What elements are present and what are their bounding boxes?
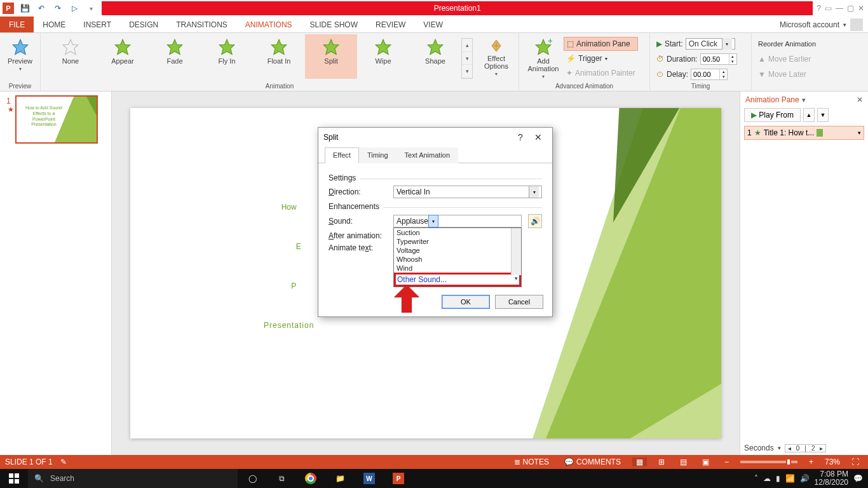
group-advanced-label: Advanced Animation [523,83,646,91]
action-center-icon[interactable]: 💬 [853,474,863,483]
battery-icon[interactable]: ▮ [776,474,780,483]
start-dropdown[interactable]: On Click▾ [686,38,735,50]
ok-button[interactable]: OK [442,295,490,309]
move-up-button[interactable]: ▲ [803,108,815,122]
task-view-icon[interactable]: ⧉ [267,474,296,483]
tab-transitions[interactable]: TRANSITIONS [167,17,236,32]
effect-shape[interactable]: Shape [409,34,461,79]
save-icon[interactable]: 💾 [18,2,32,15]
onedrive-icon[interactable]: ☁ [763,474,771,483]
gallery-scroll[interactable]: ▴▾▾ [461,38,473,79]
tab-text-animation[interactable]: Text Animation [397,147,459,163]
effect-fly-in[interactable]: Fly In [201,34,253,79]
fit-to-window-icon[interactable]: ⛶ [848,458,863,466]
maximize-icon[interactable]: ▢ [847,4,854,13]
tab-effect[interactable]: Effect [325,147,359,163]
slideshow-view-icon[interactable]: ▣ [698,458,713,466]
effect-wipe[interactable]: Wipe [357,34,409,79]
list-scrollbar[interactable] [511,228,521,275]
preview-button[interactable]: Preview ▾ [4,34,36,72]
sound-option[interactable]: Suction [394,228,521,237]
qat-customize-icon[interactable]: ▾ [84,2,98,15]
play-from-button[interactable]: ▶ Play From [744,108,801,122]
ribbon-options-icon[interactable]: ▭ [825,4,832,13]
notes-button[interactable]: ≣ NOTES [510,458,553,466]
direction-row: Direction: Vertical In▾ [329,186,542,198]
normal-view-icon[interactable]: ▦ [632,458,647,466]
painter-icon: ✦ [566,69,573,78]
tray-chevron-icon[interactable]: ˄ [754,474,758,483]
explorer-icon[interactable]: 📁 [325,474,355,483]
spellcheck-icon[interactable]: ✎ [60,458,67,466]
direction-dropdown[interactable]: Vertical In▾ [393,186,542,198]
star-icon: ★ [754,128,761,137]
dialog-footer: OK Cancel [318,288,552,316]
chevron-down-icon[interactable]: ▾ [858,130,861,136]
pane-icon: ⬚ [567,39,574,48]
effect-split[interactable]: Split [305,34,357,79]
delay-row: ⏲Delay: ▴▾ [654,67,740,81]
zoom-slider[interactable] [740,461,797,463]
sorter-view-icon[interactable]: ⊞ [654,458,668,466]
move-down-button[interactable]: ▼ [817,108,829,122]
tab-review[interactable]: REVIEW [367,17,414,32]
comments-button[interactable]: 💬 COMMENTS [560,458,625,466]
cortana-icon[interactable]: ◯ [238,474,267,483]
redo-icon[interactable]: ↷ [51,2,65,15]
trigger-menu[interactable]: ⚡Trigger ▾ [564,51,638,65]
animation-list-item[interactable]: 1 ★ Title 1: How t... ▾ [744,126,864,140]
undo-icon[interactable]: ↶ [34,2,48,15]
sound-option[interactable]: Voltage [394,246,521,255]
close-pane-icon[interactable]: ✕ [853,95,863,104]
animation-pane-toggle[interactable]: ⬚Animation Pane [564,37,638,51]
cancel-button[interactable]: Cancel [495,295,543,309]
help-icon[interactable]: ? [817,4,821,13]
slideshow-start-icon[interactable]: ▷ [67,2,81,15]
sound-option[interactable]: Typewriter [394,237,521,246]
slide-thumbnail[interactable]: 1 ★ How to Add Sound Effects to a PowerP… [15,95,98,144]
duration-spinner[interactable]: ▴▾ [700,53,737,65]
delay-spinner[interactable]: ▴▾ [691,69,728,80]
timeline-pager[interactable]: ◂0|2▸ [785,444,827,452]
zoom-out-icon[interactable]: − [721,458,733,466]
taskbar-search[interactable]: 🔍Search [28,469,238,488]
sound-option[interactable]: Wind [394,264,521,273]
powerpoint-icon[interactable]: P [384,473,413,484]
volume-icon[interactable]: 🔊 [800,474,810,483]
effect-float-in[interactable]: Float In [253,34,305,79]
effect-appear[interactable]: Appear [97,34,149,79]
tab-home[interactable]: HOME [34,17,74,32]
dialog-titlebar[interactable]: Split ? ✕ [318,128,552,147]
sound-dropdown[interactable]: Applause▾ [393,215,522,227]
thumbnail-number: 1 [6,97,11,105]
tab-animations[interactable]: ANIMATIONS [236,17,301,32]
account-menu[interactable]: Microsoft account ▾ [775,17,868,32]
zoom-in-icon[interactable]: + [805,458,817,466]
reading-view-icon[interactable]: ▤ [676,458,691,466]
tab-view[interactable]: VIEW [414,17,452,32]
help-icon[interactable]: ? [512,132,529,142]
tab-insert[interactable]: INSERT [74,17,120,32]
minimize-icon[interactable]: — [836,4,843,13]
effect-fade[interactable]: Fade [149,34,201,79]
zoom-percent[interactable]: 73% [825,458,840,466]
tab-design[interactable]: DESIGN [120,17,167,32]
sound-option[interactable]: Whoosh [394,255,521,264]
pin-icon[interactable]: ▾ [799,96,806,104]
tab-timing[interactable]: Timing [359,147,397,163]
tab-slideshow[interactable]: SLIDE SHOW [301,17,367,32]
chrome-icon[interactable] [296,473,325,484]
close-icon[interactable]: ✕ [858,4,864,13]
start-button[interactable] [0,473,28,484]
effect-options-button[interactable]: Effect Options ▾ [478,34,515,77]
chevron-down-icon: ▾ [843,22,846,28]
tab-file[interactable]: FILE [0,17,34,32]
add-animation-button[interactable]: + Add Animation▾ [523,34,564,79]
effect-none[interactable]: None [44,34,97,79]
wifi-icon[interactable]: 📶 [785,474,795,483]
windows-taskbar: 🔍Search ◯ ⧉ 📁 W P ˄ ☁ ▮ 📶 🔊 7:08 PM12/8/… [0,469,868,488]
speaker-icon[interactable]: 🔊 [528,214,542,228]
word-icon[interactable]: W [355,473,384,484]
dialog-close-icon[interactable]: ✕ [529,132,547,142]
clock[interactable]: 7:08 PM12/8/2020 [815,470,848,487]
